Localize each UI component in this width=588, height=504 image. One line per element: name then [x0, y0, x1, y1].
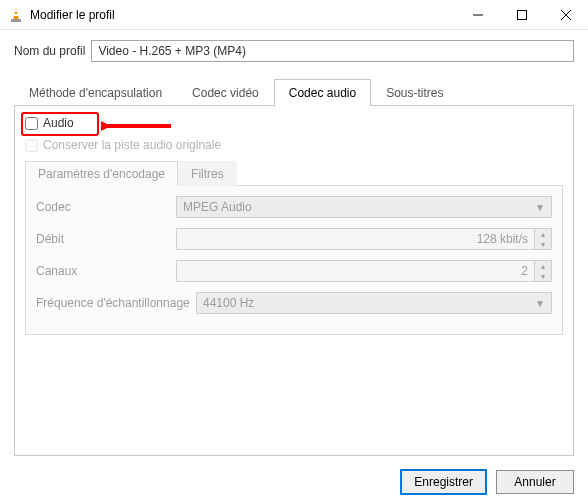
- profile-name-label: Nom du profil: [14, 44, 85, 58]
- audio-enable-checkbox[interactable]: [25, 117, 38, 130]
- main-tabs: Méthode d'encapsulation Codec vidéo Code…: [14, 78, 574, 106]
- bitrate-value: 128 kbit/s: [176, 228, 534, 250]
- annotation-arrow-icon: [101, 118, 181, 138]
- channels-label: Canaux: [36, 264, 176, 278]
- audio-enable-row: Audio: [25, 116, 74, 130]
- keep-original-row: Conserver la piste audio originale: [25, 138, 563, 152]
- cancel-button[interactable]: Annuler: [496, 470, 574, 494]
- svg-rect-0: [11, 19, 21, 22]
- codec-value: MPEG Audio: [183, 200, 252, 214]
- bitrate-row: Débit 128 kbit/s ▲▼: [36, 228, 552, 250]
- chevron-down-icon: ▼: [535, 239, 551, 249]
- keep-original-label: Conserver la piste audio originale: [43, 138, 221, 152]
- bitrate-label: Débit: [36, 232, 176, 246]
- samplerate-select: 44100 Hz ▼: [196, 292, 552, 314]
- samplerate-label: Fréquence d'échantillonnage: [36, 296, 196, 310]
- codec-row: Codec MPEG Audio ▼: [36, 196, 552, 218]
- profile-name-input[interactable]: [91, 40, 574, 62]
- bitrate-spinner: 128 kbit/s ▲▼: [176, 228, 552, 250]
- sub-tabs: Paramètres d'encodage Filtres: [25, 160, 563, 186]
- tab-filters[interactable]: Filtres: [178, 161, 237, 186]
- tab-subtitles[interactable]: Sous-titres: [371, 79, 458, 106]
- vlc-cone-icon: [8, 7, 24, 23]
- chevron-up-icon: ▲: [535, 261, 551, 271]
- chevron-up-icon: ▲: [535, 229, 551, 239]
- profile-name-row: Nom du profil: [14, 40, 574, 62]
- samplerate-value: 44100 Hz: [203, 296, 254, 310]
- channels-spinner: 2 ▲▼: [176, 260, 552, 282]
- samplerate-row: Fréquence d'échantillonnage 44100 Hz ▼: [36, 292, 552, 314]
- dialog-footer: Enregistrer Annuler: [401, 470, 574, 494]
- minimize-button[interactable]: [456, 0, 500, 30]
- codec-select: MPEG Audio ▼: [176, 196, 552, 218]
- channels-row: Canaux 2 ▲▼: [36, 260, 552, 282]
- audio-enable-label: Audio: [43, 116, 74, 130]
- maximize-button[interactable]: [500, 0, 544, 30]
- codec-label: Codec: [36, 200, 176, 214]
- chevron-down-icon: ▼: [535, 298, 545, 309]
- svg-rect-2: [518, 10, 527, 19]
- encoding-params-body: Codec MPEG Audio ▼ Débit 128 kbit/s ▲▼ C…: [25, 186, 563, 335]
- close-button[interactable]: [544, 0, 588, 30]
- keep-original-checkbox: [25, 139, 38, 152]
- window-title: Modifier le profil: [30, 8, 456, 22]
- save-button[interactable]: Enregistrer: [401, 470, 486, 494]
- titlebar: Modifier le profil: [0, 0, 588, 30]
- tab-body-audio-codec: Audio Conserver la piste audio originale…: [14, 106, 574, 456]
- tab-audio-codec[interactable]: Codec audio: [274, 79, 371, 106]
- channels-value: 2: [176, 260, 534, 282]
- tab-video-codec[interactable]: Codec vidéo: [177, 79, 274, 106]
- tab-encoding-params[interactable]: Paramètres d'encodage: [25, 161, 178, 186]
- chevron-down-icon: ▼: [535, 202, 545, 213]
- chevron-down-icon: ▼: [535, 271, 551, 281]
- tab-encapsulation[interactable]: Méthode d'encapsulation: [14, 79, 177, 106]
